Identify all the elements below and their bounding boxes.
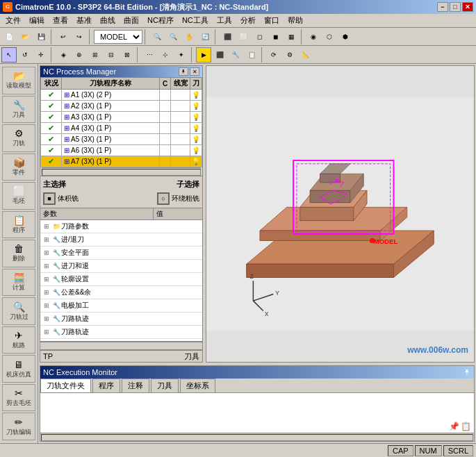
params-scrollbar[interactable] bbox=[40, 342, 203, 350]
param-row[interactable]: ⊞ 🔧 刀路轨迹 bbox=[40, 313, 202, 326]
nc-table-row[interactable]: ✔ ⊞A2 (3X) (1 P) 💡 bbox=[41, 101, 202, 112]
monitor-scrollbar[interactable] bbox=[41, 434, 473, 441]
undo-btn[interactable]: ↩ bbox=[56, 29, 71, 44]
svg-point-25 bbox=[335, 178, 339, 183]
title-text: C CimatronE 10.0 - SP3P2 64-Bit Edition … bbox=[3, 2, 268, 13]
menu-item-文件[interactable]: 文件 bbox=[1, 14, 25, 27]
misc-btn2[interactable]: ⚙ bbox=[282, 47, 297, 63]
menu-item-分析[interactable]: 分析 bbox=[236, 14, 260, 27]
maximize-btn[interactable]: □ bbox=[450, 2, 461, 12]
view-btn4[interactable]: ◼ bbox=[268, 29, 283, 44]
param-row[interactable]: ⊞ 🔧 刀路轨迹 bbox=[40, 326, 202, 339]
trim-stock-btn[interactable]: ✂ 剪去毛坯 bbox=[2, 384, 35, 412]
menu-item-工具[interactable]: 工具 bbox=[213, 14, 236, 27]
tab-coord[interactable]: 坐标系 bbox=[180, 379, 215, 392]
menu-item-曲线[interactable]: 曲线 bbox=[96, 14, 120, 27]
move-btn[interactable]: ✛ bbox=[33, 47, 49, 63]
display-btn2[interactable]: ⬡ bbox=[322, 29, 337, 44]
view-btn3[interactable]: ◻ bbox=[252, 29, 267, 44]
filter-btn5[interactable]: ⊠ bbox=[120, 47, 135, 63]
menu-item-NC程序[interactable]: NC程序 bbox=[143, 14, 178, 27]
select-btn[interactable]: ↖ bbox=[1, 47, 17, 63]
save-btn[interactable]: 💾 bbox=[33, 29, 49, 44]
nc-panel-close[interactable]: ✕ bbox=[190, 67, 199, 76]
nc-table-row[interactable]: ✔ ⊞A7 (3X) (1 P) 💡 bbox=[41, 156, 202, 167]
misc-btn3[interactable]: 📐 bbox=[298, 47, 313, 63]
nc-table-row[interactable]: ✔ ⊞A1 (3X) (2 P) 💡 bbox=[41, 90, 202, 101]
wire-btn[interactable]: ⬢ bbox=[338, 29, 353, 44]
misc-btn1[interactable]: ⟳ bbox=[266, 47, 281, 63]
nc-btn1[interactable]: ▶ bbox=[196, 47, 211, 63]
nav-btn[interactable]: ✈ 航路 bbox=[2, 326, 35, 354]
filter-btn2[interactable]: ⊕ bbox=[72, 47, 87, 63]
redo-btn[interactable]: ↪ bbox=[72, 29, 87, 44]
params-col-left: 参数 bbox=[40, 208, 154, 219]
nc-panel-pin[interactable]: 🖈 bbox=[179, 67, 188, 76]
part-btn[interactable]: 📦 零件 bbox=[2, 153, 35, 181]
tool-btn[interactable]: 🔧 刀具 bbox=[2, 96, 35, 124]
monitor-icon2[interactable]: 📋 bbox=[461, 422, 471, 431]
param-row[interactable]: ⊞ 🔧 轮廓设置 bbox=[40, 273, 202, 286]
display-btn1[interactable]: ◉ bbox=[306, 29, 321, 44]
minimize-btn[interactable]: − bbox=[437, 2, 448, 12]
edit-toolpath-btn[interactable]: ✏ 刀轨编辑 bbox=[2, 413, 35, 440]
delete-btn[interactable]: 🗑 删除 bbox=[2, 240, 35, 267]
view-btn5[interactable]: ▦ bbox=[284, 29, 299, 44]
3d-viewport[interactable]: MODEL Z Y X bbox=[206, 65, 475, 363]
menu-item-基准[interactable]: 基准 bbox=[72, 14, 96, 27]
sep8 bbox=[191, 47, 194, 63]
menu-item-帮助[interactable]: 帮助 bbox=[284, 14, 307, 27]
sep7 bbox=[137, 47, 140, 63]
view-btn1[interactable]: ⬛ bbox=[220, 29, 235, 44]
filter-btn4[interactable]: ⊟ bbox=[104, 47, 119, 63]
open-btn[interactable]: 📂 bbox=[17, 29, 33, 44]
nc-table-row[interactable]: ✔ ⊞A6 (3X) (1 P) 💡 bbox=[41, 145, 202, 156]
nc-btn3[interactable]: 🔧 bbox=[228, 47, 243, 63]
tab-program[interactable]: 程序 bbox=[92, 379, 120, 392]
filter-btn1[interactable]: ◈ bbox=[56, 47, 71, 63]
new-btn[interactable]: 📄 bbox=[1, 29, 17, 44]
read-model-btn[interactable]: 📂 读取模型 bbox=[2, 67, 35, 94]
menu-item-编辑[interactable]: 编辑 bbox=[25, 14, 49, 27]
nc-table-scrollbar[interactable] bbox=[42, 169, 201, 176]
tab-tool[interactable]: 刀具 bbox=[151, 379, 179, 392]
param-row[interactable]: ⊞ 📁 刀路参数 bbox=[40, 220, 202, 233]
tab-folder[interactable]: 刀轨文件夹 bbox=[40, 379, 91, 392]
zoom-btn[interactable]: 🔍 bbox=[149, 29, 165, 44]
stock-btn[interactable]: ⬜ 毛坯 bbox=[2, 182, 35, 210]
close-btn[interactable]: ✕ bbox=[462, 2, 473, 12]
col-name: 刀轨程序名称 bbox=[62, 78, 160, 90]
rotate2-btn[interactable]: ↺ bbox=[17, 47, 33, 63]
model-dropdown[interactable]: MODEL bbox=[94, 30, 142, 44]
menu-item-NC工具[interactable]: NC工具 bbox=[178, 14, 213, 27]
pan-btn[interactable]: ✋ bbox=[181, 29, 197, 44]
rotate-btn[interactable]: 🔄 bbox=[197, 29, 213, 44]
nc-table-row[interactable]: ✔ ⊞A3 (3X) (1 P) 💡 bbox=[41, 112, 202, 123]
menu-item-查看[interactable]: 查看 bbox=[49, 14, 72, 27]
nc-table-row[interactable]: ✔ ⊞A4 (3X) (1 P) 💡 bbox=[41, 123, 202, 134]
zoom-in-btn[interactable]: 🔍 bbox=[165, 29, 181, 44]
nc-btn4[interactable]: 📋 bbox=[244, 47, 259, 63]
program-btn[interactable]: 📋 程序 bbox=[2, 211, 35, 239]
param-row[interactable]: ⊞ 🔧 公差&&余 bbox=[40, 286, 202, 299]
filter-toolpath-btn[interactable]: 🔍 刀轨过 bbox=[2, 297, 35, 325]
nc-table-row[interactable]: ✔ ⊞A5 (3X) (1 P) 💡 bbox=[41, 134, 202, 145]
nc-monitor-pin[interactable]: 🖈 bbox=[463, 367, 471, 377]
tab-comment[interactable]: 注释 bbox=[122, 379, 149, 392]
snap-btn1[interactable]: ⋯ bbox=[142, 47, 157, 63]
nc-btn2[interactable]: ⬛ bbox=[212, 47, 227, 63]
menu-item-窗口[interactable]: 窗口 bbox=[260, 14, 284, 27]
snap-btn3[interactable]: ✦ bbox=[174, 47, 189, 63]
param-row[interactable]: ⊞ 🔧 进刀和退 bbox=[40, 260, 202, 273]
param-row[interactable]: ⊞ 🔧 安全平面 bbox=[40, 247, 202, 260]
calculate-btn[interactable]: 🧮 计算 bbox=[2, 269, 35, 297]
filter-btn3[interactable]: ⊞ bbox=[88, 47, 103, 63]
menu-item-曲面[interactable]: 曲面 bbox=[120, 14, 143, 27]
toolpath-btn[interactable]: ⚙ 刀轨 bbox=[2, 124, 35, 152]
param-row[interactable]: ⊞ 🔧 电极加工 bbox=[40, 299, 202, 313]
view-btn2[interactable]: ⬜ bbox=[236, 29, 251, 44]
param-row[interactable]: ⊞ 🔧 进/退刀 bbox=[40, 233, 202, 247]
monitor-icon1[interactable]: 📌 bbox=[449, 422, 459, 431]
snap-btn2[interactable]: ⊹ bbox=[158, 47, 173, 63]
machine-sim-btn[interactable]: 🖥 机床仿真 bbox=[2, 355, 35, 383]
